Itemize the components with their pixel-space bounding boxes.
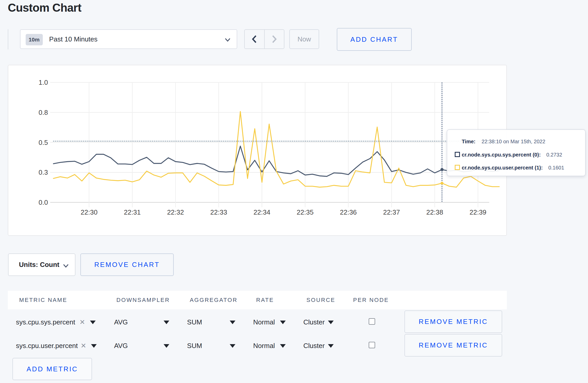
metric-name-value[interactable]: sys.cpu.user.percent — [16, 334, 78, 358]
metrics-table-header: METRIC NAME DOWNSAMPLER AGGREGATOR RATE … — [8, 291, 507, 309]
metric-row: sys.cpu.sys.percent ✕ AVG SUM Normal Clu… — [0, 310, 588, 334]
col-per-node: PER NODE — [353, 291, 389, 309]
svg-text:22:31: 22:31 — [124, 208, 141, 216]
col-aggregator: AGGREGATOR — [190, 291, 237, 309]
remove-metric-x-icon[interactable]: ✕ — [80, 310, 85, 334]
tooltip-sys-label: cr.node.sys.cpu.sys.percent (0): — [462, 152, 541, 158]
svg-text:22:39: 22:39 — [470, 208, 486, 216]
tooltip-series-row: cr.node.sys.cpu.user.percent (1): 0.1601 — [462, 165, 564, 171]
col-rate: RATE — [256, 291, 274, 309]
svg-text:22:32: 22:32 — [167, 208, 184, 216]
svg-text:22:37: 22:37 — [383, 208, 400, 216]
page-title: Custom Chart — [8, 1, 81, 14]
metric-name-caret-icon[interactable] — [90, 321, 96, 324]
aggregator-caret-icon[interactable] — [230, 321, 235, 324]
aggregator-select[interactable]: SUM — [187, 310, 202, 334]
now-button[interactable]: Now — [289, 29, 319, 49]
col-downsampler: DOWNSAMPLER — [116, 291, 170, 309]
chevron-right-icon — [271, 35, 277, 43]
remove-metric-button[interactable]: REMOVE METRIC — [404, 334, 502, 357]
svg-text:22:34: 22:34 — [254, 208, 270, 216]
rate-select[interactable]: Normal — [253, 310, 275, 334]
tooltip-sys-value: 0.2732 — [546, 152, 562, 158]
svg-text:22:36: 22:36 — [340, 208, 357, 216]
svg-text:22:30: 22:30 — [81, 208, 97, 216]
downsampler-select[interactable]: AVG — [114, 310, 128, 334]
time-range-dropdown[interactable]: 10m Past 10 Minutes — [20, 29, 237, 49]
custom-chart-page: Custom Chart 10m Past 10 Minutes Now ADD… — [0, 0, 588, 383]
time-range-badge: 10m — [26, 34, 43, 45]
series-user-swatch — [455, 165, 460, 170]
remove-metric-button[interactable]: REMOVE METRIC — [404, 310, 502, 333]
metric-name-caret-icon[interactable] — [91, 344, 97, 348]
tooltip-user-label: cr.node.sys.cpu.user.percent (1): — [462, 165, 543, 171]
metric-row: sys.cpu.user.percent ✕ AVG SUM Normal Cl… — [0, 334, 588, 358]
tooltip-time-label: Time: — [462, 139, 475, 144]
tooltip-time-value: 22:38:10 on Mar 15th, 2022 — [482, 139, 545, 144]
per-node-checkbox[interactable] — [369, 342, 375, 348]
col-source: SOURCE — [306, 291, 335, 309]
aggregator-caret-icon[interactable] — [230, 344, 235, 348]
chart-tooltip: Time: 22:38:10 on Mar 15th, 2022 cr.node… — [447, 129, 586, 176]
rate-caret-icon[interactable] — [280, 344, 286, 348]
svg-text:22:35: 22:35 — [297, 208, 313, 216]
rate-caret-icon[interactable] — [280, 321, 286, 324]
series-sys-swatch — [455, 152, 460, 157]
downsampler-caret-icon[interactable] — [164, 344, 169, 348]
source-caret-icon[interactable] — [328, 321, 334, 324]
chevron-down-icon — [63, 263, 69, 268]
time-nav-arrows — [244, 29, 284, 49]
downsampler-caret-icon[interactable] — [164, 321, 169, 324]
units-dropdown[interactable]: Units: Count — [8, 253, 75, 276]
source-select[interactable]: Cluster — [303, 334, 325, 358]
chevron-down-icon — [225, 37, 230, 42]
tooltip-series-row: cr.node.sys.cpu.sys.percent (0): 0.2732 — [462, 152, 562, 158]
svg-text:1.0: 1.0 — [39, 79, 48, 86]
rate-select[interactable]: Normal — [253, 334, 275, 358]
svg-text:0.0: 0.0 — [39, 198, 48, 206]
metric-name-value[interactable]: sys.cpu.sys.percent — [16, 310, 75, 334]
time-range-label: Past 10 Minutes — [49, 30, 97, 48]
chevron-left-icon — [251, 35, 257, 43]
svg-text:0.8: 0.8 — [39, 109, 48, 116]
toolbar-divider — [8, 29, 8, 49]
remove-chart-button[interactable]: REMOVE CHART — [80, 253, 174, 276]
tooltip-user-value: 0.1601 — [548, 165, 564, 171]
add-chart-button[interactable]: ADD CHART — [337, 28, 412, 51]
col-metric-name: METRIC NAME — [19, 291, 67, 309]
source-select[interactable]: Cluster — [303, 310, 325, 334]
aggregator-select[interactable]: SUM — [187, 334, 202, 358]
svg-text:22:38: 22:38 — [426, 208, 443, 216]
per-node-checkbox[interactable] — [369, 318, 375, 325]
remove-metric-x-icon[interactable]: ✕ — [81, 334, 86, 358]
units-label: Units: Count — [19, 254, 59, 275]
add-metric-button[interactable]: ADD METRIC — [12, 358, 92, 380]
svg-text:0.5: 0.5 — [39, 139, 48, 146]
tooltip-time-row: Time: 22:38:10 on Mar 15th, 2022 — [462, 138, 545, 145]
source-caret-icon[interactable] — [328, 344, 334, 348]
svg-text:22:33: 22:33 — [210, 208, 227, 216]
prev-time-button[interactable] — [245, 30, 265, 48]
line-chart[interactable]: 0.00.30.50.81.022:3022:3122:3222:3322:34… — [8, 65, 507, 236]
chart-card: 0.00.30.50.81.022:3022:3122:3222:3322:34… — [8, 65, 507, 236]
svg-text:0.3: 0.3 — [39, 168, 48, 176]
downsampler-select[interactable]: AVG — [114, 334, 128, 358]
next-time-button[interactable] — [265, 30, 284, 48]
